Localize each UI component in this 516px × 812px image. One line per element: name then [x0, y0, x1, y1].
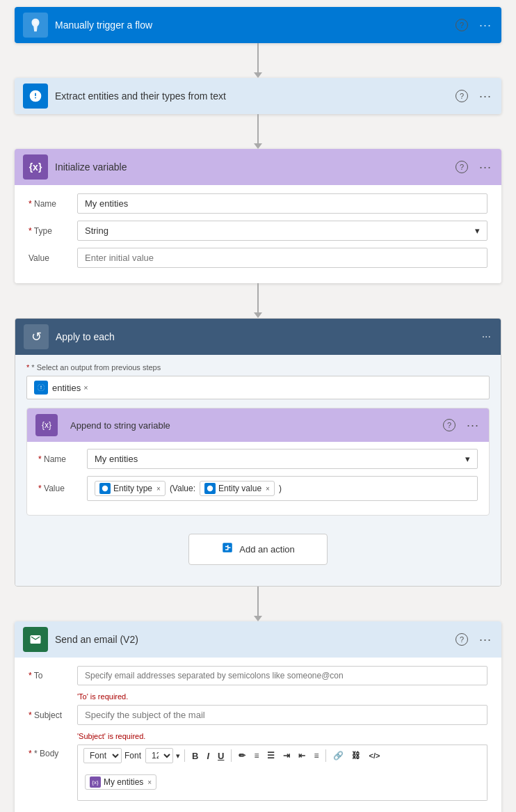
apply-each-card: ↺ Apply to each ··· * * Select an output…: [15, 318, 501, 587]
append-card: {x} Append to string variable ? ··· Name: [26, 408, 490, 516]
flow-container: Manually trigger a flow ? ··· Extract en…: [0, 0, 516, 812]
apply-each-actions: ···: [481, 329, 492, 344]
name-label: Name: [29, 199, 77, 209]
append-value-row: Value Entity type ×: [38, 476, 478, 501]
closing-paren: ): [279, 484, 282, 493]
apply-each-header: ↺ Apply to each ···: [15, 319, 501, 355]
body-toolbar: Font Font 12 ▾ B I U ✏ ≡: [77, 745, 487, 766]
init-menu-btn[interactable]: ···: [478, 159, 493, 176]
email-card-header: Send an email (V2) ? ···: [15, 621, 501, 658]
chevron-down-icon: ▾: [475, 225, 480, 236]
append-name-dropdown[interactable]: My entities ▾: [87, 449, 478, 469]
init-icon: {x}: [23, 154, 48, 180]
append-name-row: Name My entities ▾: [38, 449, 478, 469]
body-field-row: * Body Font Font 12 ▾ B I U: [29, 745, 487, 801]
svg-point-0: [33, 21, 38, 24]
trigger-actions: ? ···: [454, 17, 493, 34]
align-btn[interactable]: ≡: [311, 749, 321, 762]
font-size-arrow: ▾: [176, 751, 180, 761]
append-title: Append to string variable: [70, 420, 442, 431]
subject-error: 'Subject' is required.: [77, 732, 487, 740]
name-input[interactable]: [77, 193, 487, 214]
extract-icon: [23, 83, 48, 109]
subject-input[interactable]: [77, 705, 487, 725]
email-icon: [23, 627, 48, 652]
arrow-line-2: [257, 114, 259, 143]
entities-chip-close[interactable]: ×: [83, 383, 88, 392]
add-action-container: Add an action: [26, 525, 490, 573]
highlight-btn[interactable]: ✏: [236, 749, 248, 762]
trigger-help-btn[interactable]: ?: [454, 17, 469, 33]
arrow-4: [254, 587, 262, 621]
extract-title: Extract entities and their types from te…: [55, 90, 454, 102]
indent-btn[interactable]: ⇥: [280, 749, 293, 762]
code-btn[interactable]: </>: [366, 750, 382, 761]
append-curly-icon: {x}: [42, 420, 51, 430]
body-editor-container: Font Font 12 ▾ B I U ✏ ≡: [77, 745, 487, 801]
body-token-close[interactable]: ×: [147, 779, 152, 786]
svg-point-3: [207, 486, 213, 491]
to-error: 'To' is required.: [77, 692, 487, 701]
arrow-line-4: [257, 587, 259, 616]
subject-field-row: Subject: [29, 705, 487, 725]
trigger-help-icon: ?: [455, 19, 468, 31]
italic-btn[interactable]: I: [204, 749, 212, 763]
email-help-icon: ?: [455, 633, 468, 646]
entity-value-close[interactable]: ×: [266, 485, 270, 493]
add-action-icon: [221, 541, 234, 557]
append-value-box[interactable]: Entity type × (Value: Entity va: [87, 476, 478, 501]
append-menu-btn[interactable]: ···: [465, 417, 481, 434]
append-help-btn[interactable]: ?: [442, 417, 457, 433]
ul-btn[interactable]: ☰: [264, 749, 277, 762]
init-variable-card: {x} Initialize variable ? ··· Name Type …: [15, 149, 501, 283]
trigger-menu-btn[interactable]: ···: [478, 17, 493, 34]
init-actions: ? ···: [454, 159, 493, 176]
select-output-text: * Select an output from previous steps: [31, 363, 161, 372]
arrow-head-3: [254, 312, 262, 318]
entity-value-label: Entity value: [218, 484, 261, 493]
arrow-line-3: [257, 283, 259, 312]
arrow-3: [254, 283, 262, 318]
type-field-row: Type String ▾: [29, 221, 487, 241]
extract-card: Extract entities and their types from te…: [15, 78, 501, 114]
type-dropdown[interactable]: String ▾: [77, 221, 487, 241]
toolbar-font-label: Font: [124, 751, 141, 761]
bold-btn[interactable]: B: [189, 749, 201, 763]
email-actions: ? ···: [454, 631, 493, 648]
entities-chip: entities ×: [52, 383, 88, 393]
extract-help-btn[interactable]: ?: [454, 88, 469, 104]
underline-btn[interactable]: U: [215, 749, 227, 763]
extract-actions: ? ···: [454, 88, 493, 105]
value-input[interactable]: [77, 248, 487, 268]
append-value-label: Value: [38, 484, 87, 493]
body-token-curly: {x}: [92, 779, 98, 786]
ol-btn[interactable]: ≡: [251, 749, 261, 762]
add-action-button[interactable]: Add an action: [188, 534, 328, 565]
link-btn[interactable]: 🔗: [330, 749, 346, 762]
trigger-icon: [23, 13, 48, 38]
extract-menu-btn[interactable]: ···: [478, 88, 493, 105]
name-field-row: Name: [29, 193, 487, 214]
apply-each-title: Apply to each: [56, 331, 481, 342]
entities-tag-icon: [34, 381, 48, 395]
append-card-body: Name My entities ▾ Value: [27, 442, 489, 515]
add-action-label: Add an action: [239, 544, 295, 555]
init-help-btn[interactable]: ?: [454, 159, 469, 175]
append-chevron-icon: ▾: [465, 454, 470, 464]
font-select[interactable]: Font: [83, 748, 122, 763]
unlink-btn[interactable]: ⛓: [349, 749, 363, 762]
to-input[interactable]: [77, 666, 487, 685]
arrow-head-4: [254, 616, 262, 621]
email-menu-btn[interactable]: ···: [478, 631, 493, 648]
loop-symbol: ↺: [31, 329, 42, 344]
to-label: To: [29, 671, 77, 680]
entity-type-token: Entity type ×: [95, 481, 166, 496]
body-content-area[interactable]: {x} My entities ×: [77, 766, 487, 801]
font-size-select[interactable]: 12: [145, 748, 173, 763]
apply-each-menu-btn[interactable]: ···: [481, 329, 492, 344]
value-label: Value: [29, 253, 77, 263]
outdent-btn[interactable]: ⇤: [296, 749, 308, 762]
email-help-btn[interactable]: ?: [454, 632, 469, 647]
entity-type-close[interactable]: ×: [156, 485, 161, 493]
entity-type-label: Entity type: [113, 484, 152, 493]
